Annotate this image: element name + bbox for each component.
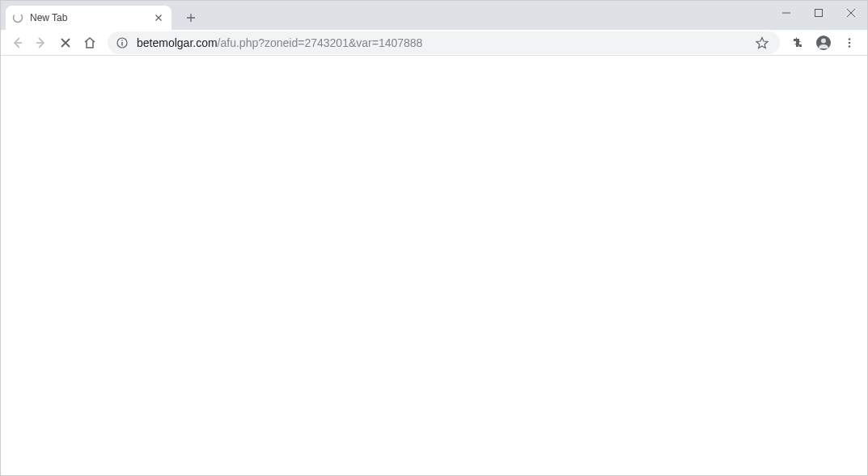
svg-point-5 xyxy=(821,38,826,43)
tabs-row: New Tab xyxy=(1,1,202,30)
tab-close-button[interactable] xyxy=(152,11,165,24)
home-button[interactable] xyxy=(78,32,101,54)
toolbar: betemolgar.com/afu.php?zoneid=2743201&va… xyxy=(1,30,867,56)
svg-point-3 xyxy=(121,40,123,41)
url-domain: betemolgar.com xyxy=(137,36,218,49)
svg-point-8 xyxy=(849,45,851,48)
toolbar-right xyxy=(786,32,862,54)
back-button[interactable] xyxy=(6,32,28,54)
minimize-button[interactable] xyxy=(770,1,802,25)
window-controls xyxy=(770,1,867,25)
extensions-button[interactable] xyxy=(786,32,809,54)
stop-button[interactable] xyxy=(54,32,77,54)
profile-button[interactable] xyxy=(812,32,835,54)
svg-point-7 xyxy=(849,41,851,44)
close-window-button[interactable] xyxy=(835,1,867,25)
address-bar[interactable]: betemolgar.com/afu.php?zoneid=2743201&va… xyxy=(108,32,780,54)
url-text: betemolgar.com/afu.php?zoneid=2743201&va… xyxy=(137,36,752,49)
tab-strip: New Tab xyxy=(1,1,867,30)
loading-spinner-icon xyxy=(12,12,23,23)
svg-point-0 xyxy=(14,14,23,23)
tab-title: New Tab xyxy=(30,12,152,23)
svg-rect-1 xyxy=(815,10,823,17)
browser-tab[interactable]: New Tab xyxy=(6,6,171,30)
bookmark-star-button[interactable] xyxy=(752,33,772,53)
site-info-icon[interactable] xyxy=(116,36,129,49)
maximize-button[interactable] xyxy=(802,1,835,25)
new-tab-button[interactable] xyxy=(180,6,202,29)
forward-button[interactable] xyxy=(30,32,53,54)
svg-point-6 xyxy=(849,38,851,40)
url-path: /afu.php?zoneid=2743201&var=1407888 xyxy=(218,36,423,49)
content-area xyxy=(1,56,867,476)
menu-button[interactable] xyxy=(838,32,861,54)
